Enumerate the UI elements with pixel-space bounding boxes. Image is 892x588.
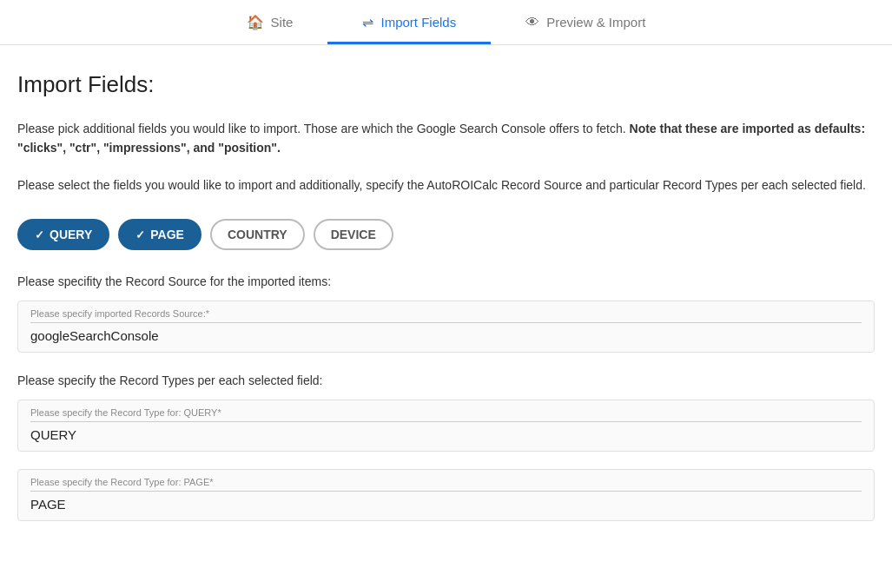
toggle-query-label: QUERY — [50, 228, 92, 241]
record-source-input-group: Please specify imported Records Source:* — [17, 301, 875, 353]
input-divider-page — [30, 491, 862, 492]
toggle-query[interactable]: ✓ QUERY — [17, 219, 109, 250]
nav-item-import-fields[interactable]: ⇌ Import Fields — [327, 0, 491, 44]
home-icon: 🏠 — [247, 14, 264, 30]
input-divider-query — [30, 421, 862, 422]
nav-bar: 🏠 Site ⇌ Import Fields 👁 Preview & Impor… — [0, 0, 892, 45]
import-fields-icon: ⇌ — [362, 14, 373, 30]
checkmark-query: ✓ — [35, 228, 44, 241]
toggle-page[interactable]: ✓ PAGE — [118, 219, 202, 250]
toggle-device[interactable]: DEVICE — [314, 219, 393, 250]
record-type-query-label: Please specify the Record Type for: QUER… — [30, 407, 862, 418]
toggle-country[interactable]: COUNTRY — [210, 219, 305, 250]
nav-label-site: Site — [271, 15, 294, 30]
page-title: Import Fields: — [17, 71, 875, 98]
checkmark-page: ✓ — [135, 228, 145, 241]
description-1-text: Please pick additional fields you would … — [17, 122, 630, 135]
record-type-query-input[interactable] — [30, 427, 862, 442]
record-types-section-label: Please specify the Record Types per each… — [17, 373, 875, 387]
toggle-group: ✓ QUERY ✓ PAGE COUNTRY DEVICE — [17, 219, 875, 250]
record-type-page-label: Please specify the Record Type for: PAGE… — [30, 477, 862, 487]
record-source-input-label: Please specify imported Records Source:* — [30, 308, 862, 319]
description-2: Please select the fields you would like … — [17, 175, 875, 195]
nav-label-import-fields: Import Fields — [380, 15, 456, 30]
record-types-section: Please specify the Record Types per each… — [17, 373, 875, 521]
nav-item-preview-import[interactable]: 👁 Preview & Import — [491, 1, 680, 44]
preview-icon: 👁 — [525, 15, 539, 30]
toggle-device-label: DEVICE — [331, 228, 376, 241]
record-source-section-label: Please specifity the Record Source for t… — [17, 274, 875, 288]
toggle-country-label: COUNTRY — [228, 228, 287, 241]
record-type-page-group: Please specify the Record Type for: PAGE… — [17, 469, 875, 521]
description-1: Please pick additional fields you would … — [17, 119, 875, 158]
record-type-page-input[interactable] — [30, 497, 862, 512]
nav-label-preview-import: Preview & Import — [546, 15, 645, 30]
nav-item-site[interactable]: 🏠 Site — [212, 0, 328, 44]
toggle-page-label: PAGE — [150, 228, 184, 241]
record-type-query-group: Please specify the Record Type for: QUER… — [17, 400, 875, 452]
record-source-input[interactable] — [30, 328, 862, 343]
input-divider-source — [30, 322, 862, 323]
main-content: Import Fields: Please pick additional fi… — [0, 45, 892, 565]
